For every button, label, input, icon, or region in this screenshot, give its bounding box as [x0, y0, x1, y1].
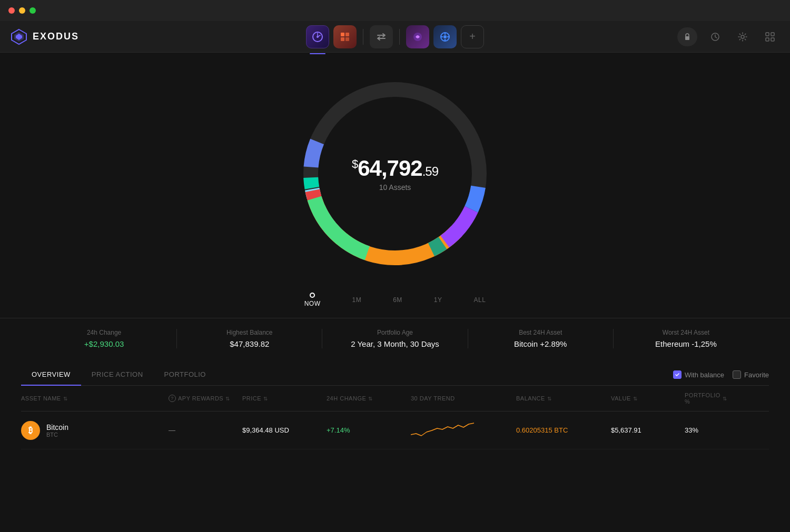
nav-app1-button[interactable]	[406, 25, 429, 48]
topnav: EXODUS	[0, 21, 790, 53]
btc-trend	[411, 419, 516, 441]
btc-balance: 0.60205315 BTC	[516, 426, 611, 434]
history-button[interactable]	[706, 27, 725, 46]
nav-exchange-button[interactable]	[370, 25, 393, 48]
nav-app2-button[interactable]	[433, 25, 457, 48]
sort-icon-price: ⇅	[263, 396, 268, 401]
svg-point-11	[443, 35, 447, 38]
help-icon-apy[interactable]: ?	[169, 395, 176, 402]
sort-icon-asset: ⇅	[63, 396, 68, 401]
app2-icon	[439, 31, 451, 43]
assets-icon	[340, 32, 350, 42]
app1-icon	[412, 31, 423, 43]
check-icon	[675, 372, 680, 377]
stat-24h-change: 24h Change +$2,930.03	[32, 329, 177, 348]
add-icon: +	[469, 31, 476, 43]
stat-highest-balance: Highest Balance $47,839.82	[177, 329, 322, 348]
btc-sparkline	[411, 419, 474, 440]
app: EXODUS	[0, 21, 790, 532]
time-1y[interactable]: 1Y	[434, 296, 442, 304]
th-apy-label: APY REWARDS	[178, 395, 223, 401]
svg-rect-7	[341, 37, 344, 41]
sort-icon-pct: ⇅	[723, 396, 727, 401]
nav-separator-2	[399, 29, 400, 45]
settings-button[interactable]	[733, 27, 752, 46]
close-button[interactable]	[8, 7, 15, 14]
tab-price-action[interactable]: PRICE ACTION	[81, 364, 154, 386]
stat-best-label: Best 24H Asset	[479, 329, 603, 336]
stat-worst-value: Ethereum -1,25%	[624, 339, 748, 348]
th-portfolio-pct[interactable]: PORTFOLIO % ⇅	[685, 392, 727, 405]
stat-portfolio-age: Portfolio Age 2 Year, 3 Month, 30 Days	[322, 329, 468, 348]
th-24h-change[interactable]: 24H CHANGE ⇅	[327, 392, 411, 405]
th-balance-label: BALANCE	[516, 395, 545, 401]
th-change-label: 24H CHANGE	[327, 395, 366, 401]
th-pct-label: PORTFOLIO %	[685, 392, 720, 405]
th-30day-trend: 30 DAY TREND	[411, 392, 516, 405]
stat-best-24h: Best 24H Asset Bitcoin +2.89%	[468, 329, 614, 348]
time-dot-now	[310, 293, 315, 298]
donut-center: $64,792.59 10 Assets	[352, 156, 438, 192]
logo-text: EXODUS	[33, 31, 79, 42]
stat-worst-24h: Worst 24H Asset Ethereum -1,25%	[614, 329, 758, 348]
content: $64,792.59 10 Assets NOW 1M 6M 1Y	[0, 53, 790, 532]
tab-price-action-label: PRICE ACTION	[92, 370, 143, 378]
stat-age-label: Portfolio Age	[333, 329, 457, 336]
btc-ticker: BTC	[46, 431, 68, 438]
th-asset-name[interactable]: ASSET NAME ⇅	[21, 392, 169, 405]
time-all[interactable]: ALL	[474, 296, 486, 304]
tab-filters: With balance Favorite	[673, 370, 769, 379]
currency-symbol: $	[352, 157, 358, 170]
table-header: ASSET NAME ⇅ ? APY REWARDS ⇅ PRICE ⇅ 24H…	[21, 386, 769, 411]
th-balance[interactable]: BALANCE ⇅	[516, 392, 611, 405]
favorite-filter[interactable]: Favorite	[733, 370, 769, 379]
favorite-label: Favorite	[744, 371, 769, 379]
th-price[interactable]: PRICE ⇅	[242, 392, 327, 405]
maximize-button[interactable]	[29, 7, 36, 14]
with-balance-checkbox[interactable]	[673, 370, 682, 379]
tab-portfolio[interactable]: PORTFOLIO	[154, 364, 216, 386]
tab-overview[interactable]: OVERVIEW	[21, 364, 81, 386]
nav-portfolio-button[interactable]	[306, 25, 329, 48]
grid-button[interactable]	[761, 27, 779, 46]
tabs-row: OVERVIEW PRICE ACTION PORTFOLIO	[21, 364, 769, 386]
time-selector: NOW 1M 6M 1Y ALL	[283, 293, 507, 307]
assets-count: 10 Assets	[352, 183, 438, 192]
btc-name: Bitcoin	[46, 423, 68, 431]
stats-row: 24h Change +$2,930.03 Highest Balance $4…	[0, 318, 790, 359]
stat-worst-label: Worst 24H Asset	[624, 329, 748, 336]
time-now[interactable]: NOW	[304, 293, 321, 307]
time-6m[interactable]: 6M	[393, 296, 402, 304]
svg-rect-22	[771, 38, 774, 41]
time-label-all: ALL	[474, 296, 486, 304]
tab-overview-label: OVERVIEW	[32, 370, 71, 378]
svg-point-4	[317, 36, 319, 38]
nav-assets-button[interactable]	[333, 25, 357, 48]
stat-age-value: 2 Year, 3 Month, 30 Days	[333, 339, 457, 348]
svg-rect-19	[766, 33, 769, 36]
table-section: OVERVIEW PRICE ACTION PORTFOLIO	[0, 364, 790, 449]
with-balance-filter[interactable]: With balance	[673, 370, 724, 379]
minimize-button[interactable]	[19, 7, 25, 14]
table-row[interactable]: ₿ Bitcoin BTC — $9,364.48 USD +7.14% 0	[21, 411, 769, 449]
nav-add-button[interactable]: +	[461, 25, 484, 48]
favorite-checkbox[interactable]	[733, 370, 741, 379]
nav-center: +	[116, 25, 674, 48]
portfolio-icon	[312, 31, 323, 43]
stat-24h-value: +$2,930.03	[42, 339, 166, 348]
btc-value: $5,637.91	[611, 426, 685, 434]
sort-icon-apy: ⇅	[225, 396, 230, 401]
th-value-label: VALUE	[611, 395, 631, 401]
th-apy-rewards[interactable]: ? APY REWARDS ⇅	[169, 392, 242, 405]
donut-chart-container: $64,792.59 10 Assets	[284, 63, 506, 284]
svg-rect-5	[341, 33, 344, 36]
th-asset-name-label: ASSET NAME	[21, 395, 61, 401]
lock-button[interactable]	[677, 27, 697, 46]
tab-portfolio-label: PORTFOLIO	[164, 370, 206, 378]
th-trend-label: 30 DAY TREND	[411, 395, 455, 401]
portfolio-amount: $64,792.59	[352, 156, 438, 181]
logo-area: EXODUS	[11, 28, 116, 45]
th-value[interactable]: VALUE ⇅	[611, 392, 685, 405]
history-icon	[710, 32, 720, 42]
time-1m[interactable]: 1M	[352, 296, 361, 304]
